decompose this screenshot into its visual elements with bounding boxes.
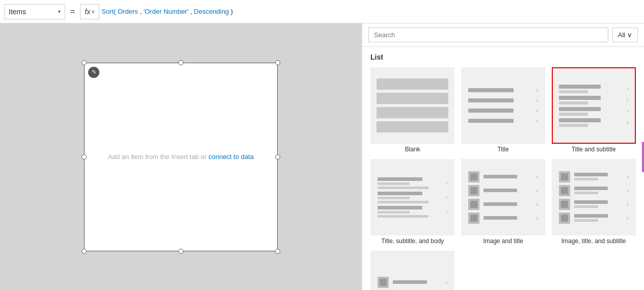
line-dark-3 xyxy=(468,109,514,113)
it-lines-1 xyxy=(484,175,532,178)
it-title-4 xyxy=(484,216,518,220)
its-row-3: › xyxy=(559,199,629,210)
its-title-3 xyxy=(574,200,608,204)
it-chevron-2: › xyxy=(536,187,538,194)
its-chevron-4: › xyxy=(627,215,629,222)
ts-lines-3 xyxy=(559,107,624,116)
handle-bottom-right[interactable] xyxy=(275,249,280,254)
it-img-placeholder-2 xyxy=(470,187,477,194)
tsb-chevron-1: › xyxy=(445,179,447,187)
handle-top-left[interactable] xyxy=(82,60,87,65)
gallery-label-title: Title xyxy=(497,146,508,153)
all-dropdown[interactable]: All ∨ xyxy=(612,28,638,42)
it-title-2 xyxy=(484,189,518,192)
extra-1-template: › › xyxy=(371,273,453,291)
tsb-sub-3 xyxy=(378,211,410,214)
gallery-section: List Blank xyxy=(362,47,644,290)
it-img-placeholder-3 xyxy=(470,201,477,208)
its-title-1 xyxy=(574,173,608,176)
handle-top-right[interactable] xyxy=(275,60,280,65)
extra-1-placeholder-1 xyxy=(380,279,387,286)
gallery-thumb-title-subtitle-body: › › xyxy=(370,159,454,235)
edit-icon[interactable]: ✎ xyxy=(88,67,99,78)
gallery-item-image-title-subtitle[interactable]: › › xyxy=(551,159,636,245)
tsb-lines-2 xyxy=(378,192,441,203)
items-dropdown[interactable]: Items ▾ xyxy=(4,4,65,19)
it-title-3 xyxy=(484,202,518,206)
ts-title-3 xyxy=(559,107,601,111)
fx-button[interactable]: fx ∨ xyxy=(80,4,99,19)
ts-subtitle-1 xyxy=(559,90,588,93)
title-row-2: › xyxy=(468,97,538,104)
items-chevron-icon: ▾ xyxy=(58,9,61,14)
gallery-thumb-title-subtitle: › › xyxy=(552,67,636,144)
ts-row-4: › xyxy=(559,118,629,127)
it-img-placeholder-1 xyxy=(470,173,477,180)
gallery-grid-2: › › xyxy=(370,251,636,290)
right-panel: All ∨ List Blank xyxy=(362,23,644,290)
top-bar: Items ▾ = fx ∨ Sort( Orders , 'Order Num… xyxy=(0,0,644,23)
its-sub-4 xyxy=(574,219,599,222)
fx-label: fx xyxy=(85,8,90,16)
formula-close: ) xyxy=(231,8,233,15)
it-title-1 xyxy=(484,175,518,178)
title-text-lines-2 xyxy=(468,98,533,102)
line-dark-1 xyxy=(468,88,514,92)
ts-subtitle-4 xyxy=(559,124,588,127)
extra-1-line-1 xyxy=(393,280,427,284)
formula-sort: Sort( xyxy=(101,8,116,15)
its-title-4 xyxy=(574,214,608,218)
ts-row-1: › xyxy=(559,85,629,93)
chevron-right-icon-1: › xyxy=(536,87,538,94)
search-input[interactable] xyxy=(368,28,608,42)
ts-subtitle-2 xyxy=(559,101,588,104)
its-chevron-1: › xyxy=(627,173,629,180)
gallery-item-title-subtitle[interactable]: › › xyxy=(551,67,636,153)
handle-middle-left[interactable] xyxy=(82,154,87,160)
gallery-label-title-subtitle: Title and subtitle xyxy=(572,146,616,153)
gallery-label-tsb: Title, subtitle, and body xyxy=(381,238,444,245)
title-row-3: › xyxy=(468,107,538,114)
handle-bottom-center[interactable] xyxy=(178,249,183,254)
tsb-body-2 xyxy=(378,201,428,203)
extra-1-chevron-1: › xyxy=(445,279,447,286)
its-sub-1 xyxy=(574,178,599,180)
blank-row-1 xyxy=(377,78,448,90)
tsb-row-1: › xyxy=(378,177,447,189)
gallery-thumb-blank xyxy=(370,67,454,144)
title-subtitle-template: › › xyxy=(553,81,635,131)
ts-subtitle-3 xyxy=(559,113,588,116)
gallery-item-title-subtitle-body[interactable]: › › xyxy=(370,159,455,245)
ts-lines-1 xyxy=(559,85,624,93)
tsb-title-2 xyxy=(378,192,422,195)
it-img-1 xyxy=(468,171,479,182)
its-img-placeholder-1 xyxy=(561,173,568,180)
handle-middle-right[interactable] xyxy=(275,154,280,160)
chevron-right-icon-4: › xyxy=(536,117,538,124)
its-img-placeholder-3 xyxy=(561,201,568,208)
tsb-title-3 xyxy=(378,206,422,209)
extra-1-row-1: › xyxy=(378,277,447,288)
it-row-3: › xyxy=(468,199,538,210)
its-row-2: › xyxy=(559,185,629,196)
selection-box xyxy=(84,63,278,251)
ts-title-1 xyxy=(559,85,601,89)
gallery-item-extra-1[interactable]: › › xyxy=(370,251,455,290)
formula-order-number: 'Order Number' xyxy=(144,8,189,15)
gallery-item-title[interactable]: › › xyxy=(461,67,546,153)
its-img-1 xyxy=(559,171,570,182)
ts-lines-4 xyxy=(559,118,624,127)
gallery-item-image-title[interactable]: › › xyxy=(461,159,546,245)
handle-top-center[interactable] xyxy=(178,60,183,65)
formula-descending: Descending xyxy=(194,8,229,15)
it-img-3 xyxy=(468,199,479,210)
its-img-2 xyxy=(559,185,570,196)
ts-title-2 xyxy=(559,96,601,100)
its-img-3 xyxy=(559,199,570,210)
its-sub-3 xyxy=(574,205,599,208)
handle-bottom-left[interactable] xyxy=(82,249,87,254)
items-label: Items xyxy=(9,8,56,16)
gallery-item-blank[interactable]: Blank xyxy=(370,67,455,153)
formula-orders-kw: Orders xyxy=(118,8,138,15)
it-row-2: › xyxy=(468,185,538,196)
